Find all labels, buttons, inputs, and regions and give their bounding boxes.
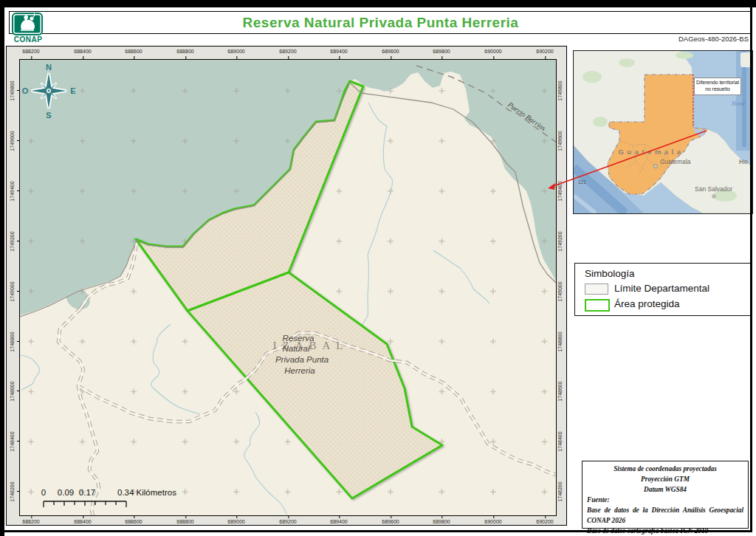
map-frame: 688200 688400 688600 688800 689000 68920… [6, 46, 567, 526]
inset-city-dot [653, 164, 657, 168]
axis-label: 690000 [484, 49, 501, 54]
axis-label: 689400 [330, 519, 347, 524]
inset-country-label: Guatemala [618, 148, 684, 156]
legend: Simbología Límite Departamental Área pro… [574, 263, 752, 316]
legend-title: Simbología [585, 268, 635, 279]
monkey-icon [12, 13, 43, 35]
axis-label: 688800 [176, 49, 193, 54]
header: Reserva Natural Privada Punta Herreria [9, 11, 752, 34]
inset-city-label: Guatemala [660, 158, 691, 165]
axis-label: 689000 [227, 49, 244, 54]
source-line: Base de datos de la Dirección Análisis G… [587, 506, 743, 526]
axis-label: 1749400 [557, 171, 564, 212]
axis-label: 1748400 [557, 421, 564, 462]
svg-text:Herreria: Herreria [284, 366, 315, 375]
inset-san-salvador-label: San Salvador [695, 185, 732, 193]
axis-label: 1748600 [557, 371, 564, 412]
axis-label: 689000 [227, 519, 244, 524]
axis-label: 1749000 [9, 271, 16, 312]
axis-label: 690000 [484, 519, 501, 524]
legend-item-label: Límite Departamental [614, 283, 709, 294]
crs-line: Datum WGS84 [587, 485, 743, 495]
svg-text:Reserva: Reserva [283, 334, 315, 343]
scale-034: 0.34 Kilómetros [117, 488, 176, 497]
departmental-limit-swatch [585, 284, 608, 295]
axis-label: 688400 [74, 519, 91, 524]
axis-label: 688600 [125, 49, 142, 54]
svg-text:Natural: Natural [282, 344, 310, 353]
axis-label: 1749800 [557, 70, 564, 111]
map-document: Reserva Natural Privada Punta Herreria C… [0, 0, 756, 536]
inset-san-salvador-dot [712, 195, 715, 198]
page-title: Reserva Natural Privada Punta Herreria [10, 12, 752, 33]
svg-text:Privada Punta: Privada Punta [275, 355, 329, 364]
axis-label: 1749800 [9, 70, 16, 111]
axis-label: 690200 [536, 49, 553, 54]
inset-map: Guatemala Guatemala San Salvador Ho Hond… [573, 50, 753, 214]
axis-label: 1748600 [9, 371, 16, 412]
legend-item-label: Área protegida [614, 298, 680, 309]
protected-area-swatch [585, 299, 610, 312]
conap-wordmark: CONAP [10, 35, 46, 44]
axis-label: 1749400 [9, 171, 16, 212]
crs-line: Sistema de coordenadas proyectadas [587, 464, 743, 475]
axis-label: 688600 [125, 519, 142, 524]
axis-label: 688800 [176, 519, 193, 524]
scale-0: 0 [41, 488, 46, 497]
inset-road-number: 121 [578, 179, 586, 185]
axis-label: 689800 [433, 519, 450, 524]
inset-gulf-label: Hond [731, 100, 746, 107]
axis-label: 1749600 [9, 120, 16, 162]
page-frame [0, 530, 752, 532]
inset-dispute-note: Diferendo territorial no resuelto [694, 78, 741, 95]
compass-w: O [22, 86, 29, 95]
compass-n: N [46, 63, 52, 72]
source-heading: Fuente: [587, 495, 743, 506]
axis-label: 1749200 [557, 221, 564, 262]
axis-label: 1748200 [9, 471, 16, 512]
axis-label: 1749000 [557, 271, 564, 312]
axis-label: 689400 [330, 49, 347, 54]
axis-label: 1749200 [9, 221, 16, 262]
scale-017: 0.17 [79, 488, 95, 497]
axis-label: 1748800 [9, 321, 16, 363]
inset-honduras-label: Ho [739, 158, 748, 165]
page-frame [750, 0, 752, 532]
document-code: DAGeos-480-2026-BS [605, 35, 749, 43]
axis-label: 689200 [279, 49, 296, 54]
page-frame [0, 0, 4, 536]
page-frame [0, 0, 756, 7]
axis-label: 690200 [536, 519, 553, 524]
compass-s: S [46, 111, 51, 120]
crs-line: Proyección GTM [587, 475, 743, 485]
axis-label: 1748800 [557, 321, 564, 363]
axis-label: 689600 [382, 519, 399, 524]
axis-label: 689800 [433, 49, 450, 54]
axis-label: 688400 [74, 49, 91, 54]
axis-label: 1748200 [557, 471, 564, 512]
conap-logo: CONAP [12, 13, 44, 42]
axis-label: 689600 [382, 49, 399, 54]
axis-label: 688200 [22, 519, 39, 524]
axis-label: 1749600 [557, 120, 564, 162]
axis-label: 689200 [279, 519, 296, 524]
main-map: Puerto Barrios IZABAL [19, 59, 557, 516]
axis-label: 1748400 [9, 421, 16, 462]
compass-e: E [70, 86, 75, 95]
scale-009: 0.09 [58, 488, 74, 497]
axis-label: 688200 [22, 49, 39, 54]
credits-box: Sistema de coordenadas proyectadas Proye… [582, 461, 749, 529]
